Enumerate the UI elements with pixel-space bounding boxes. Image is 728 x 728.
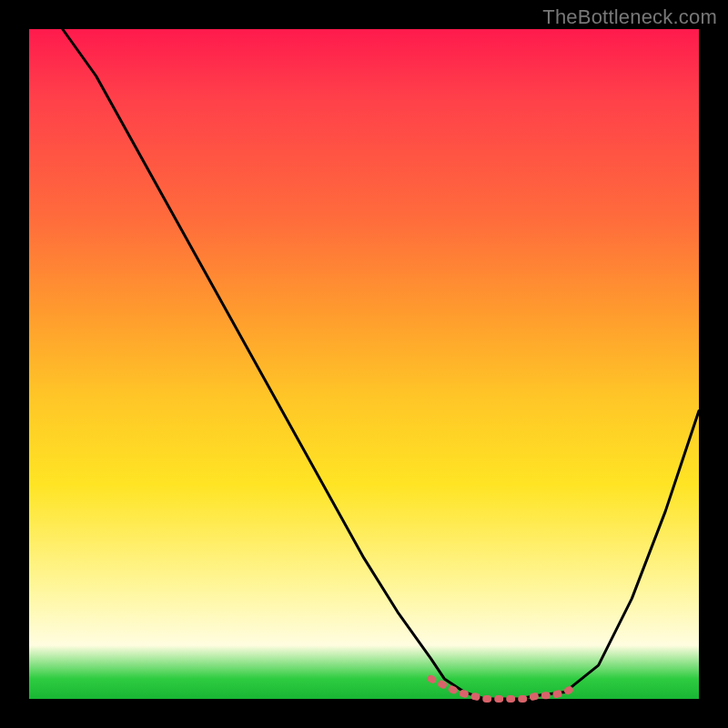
plot-area [29, 29, 699, 699]
curve-layer [29, 29, 699, 699]
bottleneck-curve [63, 29, 699, 699]
chart-frame: TheBottleneck.com [0, 0, 728, 728]
bottom-marker [431, 679, 579, 699]
watermark-text: TheBottleneck.com [542, 5, 717, 29]
